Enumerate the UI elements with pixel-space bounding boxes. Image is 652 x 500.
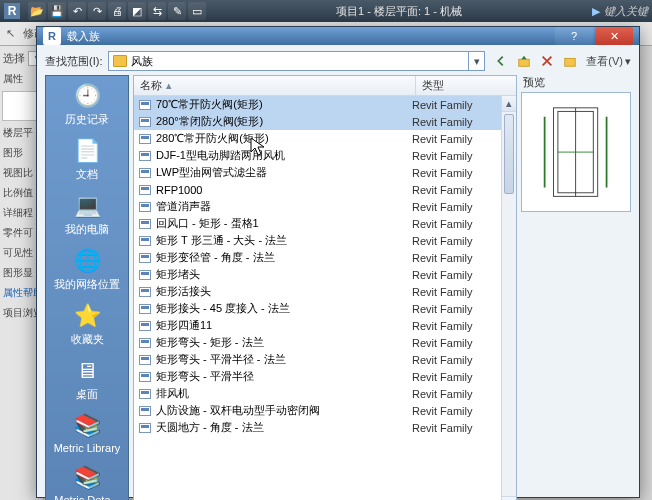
file-name: 280℃常开防火阀(矩形) [156, 131, 408, 146]
file-row[interactable]: DJF-1型电动脚踏两用风机Revit Family [134, 147, 516, 164]
delete-button[interactable] [537, 51, 557, 71]
place-icon: 📚 [70, 412, 104, 440]
place-0[interactable]: 🕘历史记录 [65, 82, 109, 127]
qat-misc1-icon[interactable]: ◩ [128, 2, 146, 20]
close-button[interactable]: ✕ [595, 27, 633, 45]
qat-undo-icon[interactable]: ↶ [68, 2, 86, 20]
file-row[interactable]: RFP1000Revit Family [134, 181, 516, 198]
rfa-file-icon [138, 286, 152, 298]
file-type: Revit Family [412, 116, 512, 128]
chevron-down-icon[interactable]: ▾ [468, 52, 484, 70]
places-bar: 🕘历史记录📄文档💻我的电脑🌐我的网络位置⭐收藏夹🖥桌面📚Metric Libra… [45, 75, 129, 500]
rfa-file-icon [138, 320, 152, 332]
qat-misc4-icon[interactable]: ▭ [188, 2, 206, 20]
up-button[interactable] [514, 51, 534, 71]
app-titlebar: R 📂 💾 ↶ ↷ 🖨 ◩ ⇆ ✎ ▭ 项目1 - 楼层平面: 1 - 机械 ▶… [0, 0, 652, 22]
app-logo[interactable]: R [4, 3, 20, 19]
place-label: 文档 [76, 167, 98, 182]
rfa-file-icon [138, 235, 152, 247]
file-row[interactable]: 人防设施 - 双杆电动型手动密闭阀Revit Family [134, 402, 516, 419]
file-name: 矩形堵头 [156, 267, 408, 282]
scroll-up-icon[interactable]: ▴ [502, 96, 516, 112]
col-name[interactable]: 名称 ▴ [134, 76, 416, 95]
scroll-down-icon[interactable]: ▾ [502, 496, 516, 500]
file-name: 矩形弯头 - 矩形 - 法兰 [156, 335, 408, 350]
file-name: 280°常闭防火阀(矩形) [156, 114, 408, 129]
place-1[interactable]: 📄文档 [70, 137, 104, 182]
lookup-folder-combo[interactable]: 风族 ▾ [108, 51, 485, 71]
qat-print-icon[interactable]: 🖨 [108, 2, 126, 20]
file-list[interactable]: 70℃常开防火阀(矩形)Revit Family280°常闭防火阀(矩形)Rev… [134, 96, 516, 500]
preview-label: 预览 [521, 75, 631, 90]
place-2[interactable]: 💻我的电脑 [65, 192, 109, 237]
qat-open-icon[interactable]: 📂 [28, 2, 46, 20]
file-row[interactable]: LWP型油网管式滤尘器Revit Family [134, 164, 516, 181]
file-row[interactable]: 矩形弯头 - 矩形 - 法兰Revit Family [134, 334, 516, 351]
place-label: Metric Deta... [54, 494, 119, 500]
file-row[interactable]: 矩形堵头Revit Family [134, 266, 516, 283]
file-row[interactable]: 天圆地方 - 角度 - 法兰Revit Family [134, 419, 516, 436]
place-label: 我的电脑 [65, 222, 109, 237]
file-type: Revit Family [412, 269, 512, 281]
file-name: 矩形 T 形三通 - 大头 - 法兰 [156, 233, 408, 248]
file-type: Revit Family [412, 252, 512, 264]
col-type[interactable]: 类型 [416, 76, 516, 95]
file-row[interactable]: 矩形 T 形三通 - 大头 - 法兰Revit Family [134, 232, 516, 249]
place-4[interactable]: ⭐收藏夹 [70, 302, 104, 347]
file-list-header[interactable]: 名称 ▴ 类型 [134, 76, 516, 96]
file-row[interactable]: 管道消声器Revit Family [134, 198, 516, 215]
back-button[interactable] [491, 51, 511, 71]
rfa-file-icon [138, 371, 152, 383]
place-label: 桌面 [76, 387, 98, 402]
rfa-file-icon [138, 116, 152, 128]
rfa-file-icon [138, 269, 152, 281]
preview-thumb [521, 92, 631, 212]
file-row[interactable]: 回风口 - 矩形 - 蛋格1Revit Family [134, 215, 516, 232]
file-row[interactable]: 280℃常开防火阀(矩形)Revit Family [134, 130, 516, 147]
file-row[interactable]: 矩形活接头Revit Family [134, 283, 516, 300]
search-hint[interactable]: 键入关键 [604, 4, 648, 19]
file-name: LWP型油网管式滤尘器 [156, 165, 408, 180]
file-row[interactable]: 矩形接头 - 45 度接入 - 法兰Revit Family [134, 300, 516, 317]
view-menu[interactable]: 查看(V)▾ [586, 54, 631, 69]
file-type: Revit Family [412, 99, 512, 111]
file-type: Revit Family [412, 354, 512, 366]
file-type: Revit Family [412, 201, 512, 213]
file-name: 70℃常开防火阀(矩形) [156, 97, 408, 112]
file-row[interactable]: 矩形弯头 - 平滑半径 - 法兰Revit Family [134, 351, 516, 368]
qat-redo-icon[interactable]: ↷ [88, 2, 106, 20]
help-arrow-icon[interactable]: ▶ [592, 5, 600, 18]
file-row[interactable]: 矩形弯头 - 平滑半径Revit Family [134, 368, 516, 385]
pointer-icon[interactable]: ↖ [6, 27, 15, 40]
lookup-folder-value: 风族 [131, 54, 153, 69]
qat-misc2-icon[interactable]: ⇆ [148, 2, 166, 20]
place-7[interactable]: 📚Metric Deta... [54, 464, 119, 500]
file-row[interactable]: 矩形变径管 - 角度 - 法兰Revit Family [134, 249, 516, 266]
place-label: 历史记录 [65, 112, 109, 127]
place-5[interactable]: 🖥桌面 [70, 357, 104, 402]
place-icon: 🕘 [70, 82, 104, 110]
file-name: 排风机 [156, 386, 408, 401]
file-name: 矩形四通11 [156, 318, 408, 333]
file-row[interactable]: 矩形四通11Revit Family [134, 317, 516, 334]
load-family-dialog: R 载入族 ? ✕ 查找范围(I): 风族 ▾ 查看(V)▾ [36, 26, 640, 498]
file-type: Revit Family [412, 371, 512, 383]
file-type: Revit Family [412, 405, 512, 417]
place-3[interactable]: 🌐我的网络位置 [54, 247, 120, 292]
file-name: DJF-1型电动脚踏两用风机 [156, 148, 408, 163]
file-type: Revit Family [412, 320, 512, 332]
rfa-file-icon [138, 133, 152, 145]
file-row[interactable]: 280°常闭防火阀(矩形)Revit Family [134, 113, 516, 130]
rfa-file-icon [138, 99, 152, 111]
qat-save-icon[interactable]: 💾 [48, 2, 66, 20]
new-folder-button[interactable] [560, 51, 580, 71]
qat-misc3-icon[interactable]: ✎ [168, 2, 186, 20]
scroll-thumb[interactable] [504, 114, 514, 194]
scrollbar[interactable]: ▴ ▾ [501, 96, 516, 500]
file-row[interactable]: 排风机Revit Family [134, 385, 516, 402]
help-button[interactable]: ? [555, 27, 593, 45]
dialog-titlebar[interactable]: R 载入族 ? ✕ [37, 27, 639, 45]
place-6[interactable]: 📚Metric Library [54, 412, 121, 454]
rfa-file-icon [138, 201, 152, 213]
file-row[interactable]: 70℃常开防火阀(矩形)Revit Family [134, 96, 516, 113]
